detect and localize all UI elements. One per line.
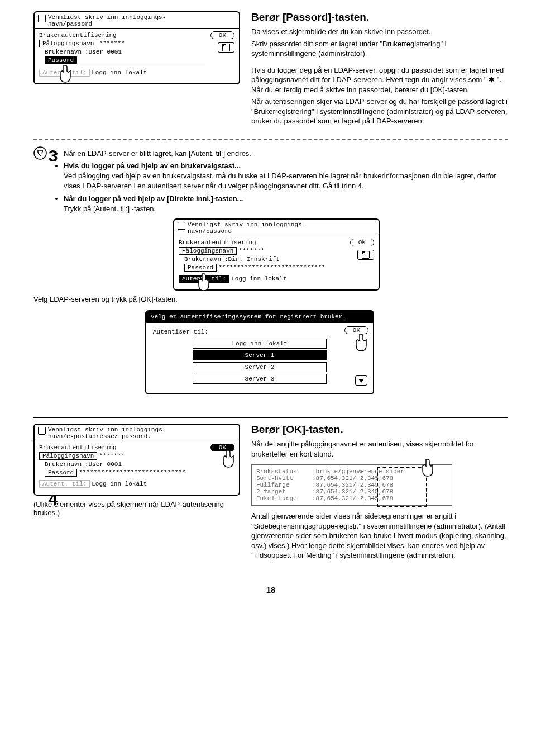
highlight-box: [377, 467, 427, 507]
authto-value: Logg inn lokalt: [92, 69, 147, 76]
usage-status-box: Bruksstatus:brukte/gjenværende sider Sor…: [251, 464, 452, 506]
status-key: Bruksstatus: [256, 468, 312, 475]
password-button[interactable]: Passord: [184, 264, 217, 272]
status-key: Fullfarge: [256, 482, 312, 488]
server-option-3[interactable]: Server 3: [193, 374, 327, 384]
password-button[interactable]: Passord: [45, 469, 77, 477]
keyboard-icon: [38, 15, 46, 22]
password-button[interactable]: Passord: [45, 56, 77, 64]
note-bullet-2: Hvis du logger på ved hjelp av en bruker…: [64, 161, 508, 192]
login-name-value: *******: [99, 453, 125, 459]
status-key: Enkeltfarge: [256, 495, 312, 502]
ok-button[interactable]: OK: [210, 444, 234, 451]
ok-button[interactable]: OK: [350, 239, 374, 246]
step3-p3: Hvis du logger deg på en LDAP-server, op…: [251, 65, 508, 95]
username-label: Brukernavn: [45, 461, 85, 468]
password-value: *****************************: [218, 264, 325, 271]
note-bullet-3: Når du logger på ved hjelp av [Direkte I…: [64, 194, 508, 214]
auth-label: Brukerautentifisering: [179, 239, 374, 246]
password-value: *****************************: [79, 469, 185, 476]
panel-header: Velg et autentifiseringssystem for regis…: [151, 313, 346, 320]
page-number: 18: [34, 585, 508, 595]
username-label: Brukernavn: [45, 49, 85, 55]
auth-label: Brukerautentifisering: [39, 444, 234, 451]
username-value: :User 0001: [85, 49, 122, 55]
server-option-1[interactable]: Server 1: [193, 350, 327, 360]
step4-p2: Antall gjenværende sider vises når sideb…: [251, 511, 508, 560]
username-value: :User 0001: [85, 461, 122, 468]
note-bullet-1: Når en LDAP-server er blitt lagret, kan …: [64, 149, 508, 159]
server-option-local[interactable]: Logg inn lokalt: [193, 339, 327, 349]
login-name-button[interactable]: Påloggingsnavn: [179, 247, 237, 255]
step4-p1: Når det angitte påloggingsnavnet er aute…: [251, 439, 508, 459]
server-select-panel: Velg et autentifiseringssystem for regis…: [145, 310, 374, 394]
keyboard-icon: [178, 222, 185, 230]
auth-to-label: Autentiser til:: [153, 329, 208, 335]
step3-p4: Når autentiseringen skjer via LDAP-serve…: [251, 97, 508, 126]
panel-header: Vennligst skriv inn innloggings- navn/pa…: [188, 221, 305, 235]
server-option-2[interactable]: Server 2: [193, 362, 327, 372]
authto-value: Logg inn lokalt: [92, 481, 147, 487]
login-name-button[interactable]: Påloggingsnavn: [39, 452, 97, 460]
login-name-value: *******: [238, 248, 264, 254]
hand-pointer-icon: [353, 333, 370, 353]
step-title: Berør [Passord]-tasten.: [251, 11, 508, 23]
login-panel-1: Vennligst skriv inn innloggings- navn/pa…: [34, 11, 240, 84]
login-panel-4: Vennligst skriv inn innloggings- navn/e-…: [34, 424, 240, 496]
step-number-3: 3: [44, 146, 63, 165]
password-value: [77, 57, 205, 64]
step3-p1: Da vises et skjermbilde der du kan skriv…: [251, 27, 508, 37]
auth-label: Brukerautentifisering: [39, 32, 234, 39]
mask-char-icon: ✱: [489, 75, 495, 84]
status-key: 2-farget: [256, 488, 312, 495]
login-name-value: *******: [99, 40, 125, 47]
select-caption: Velg LDAP-serveren og trykk på [OK]-tast…: [34, 295, 508, 303]
keyboard-icon: [38, 427, 46, 435]
step3-p2: Skriv passordet ditt som er lagret under…: [251, 39, 508, 59]
authto-button[interactable]: Autent. til:: [179, 275, 229, 283]
panel-header: Vennligst skriv inn innloggings- navn/pa…: [48, 14, 166, 27]
scroll-down-button[interactable]: [355, 375, 367, 386]
authto-value: Logg inn lokalt: [231, 275, 286, 282]
ok-button[interactable]: OK: [344, 326, 368, 334]
step4-caption: (Ulike elementer vises på skjermen når L…: [34, 500, 241, 517]
panel-header: Vennligst skriv inn innloggings- navn/e-…: [48, 426, 166, 440]
login-panel-2: Vennligst skriv inn innloggings- navn/pa…: [173, 218, 380, 291]
ok-button[interactable]: OK: [210, 31, 234, 39]
authto-button: Autent. til:: [39, 480, 90, 488]
user-list-button[interactable]: [357, 250, 374, 260]
step-title: Berør [OK]-tasten.: [251, 424, 508, 436]
status-key: Sort-hvitt: [256, 475, 312, 482]
user-list-button[interactable]: [218, 42, 234, 53]
username-label: Brukernavn: [184, 256, 224, 263]
dashed-divider: [34, 139, 508, 140]
authto-button: Autent. til:: [39, 69, 90, 77]
login-name-button[interactable]: Påloggingsnavn: [39, 40, 97, 47]
username-value: :Dir. Innskrift: [224, 256, 280, 263]
